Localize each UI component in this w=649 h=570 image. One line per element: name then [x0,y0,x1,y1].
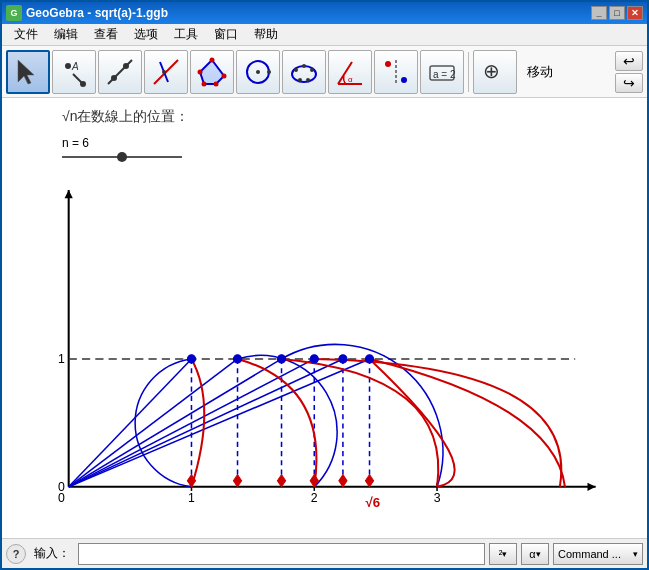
svg-point-14 [214,81,219,86]
undo-redo-area: ↩ ↪ [615,51,643,93]
svg-point-21 [294,68,298,72]
svg-line-59 [69,359,343,487]
svg-marker-11 [200,60,224,84]
reflect-icon [380,56,412,88]
svg-line-55 [69,359,192,487]
svg-marker-63 [277,475,285,487]
svg-text:0: 0 [58,480,65,494]
svg-point-70 [310,355,318,363]
tool-angle[interactable]: α [328,50,372,94]
point-icon: A [58,56,90,88]
svg-marker-62 [233,475,241,487]
menu-bar: 文件 编辑 查看 选项 工具 窗口 帮助 [2,24,647,46]
svg-point-19 [267,70,271,74]
tool-perpendicular[interactable] [144,50,188,94]
input-field[interactable] [78,543,485,565]
svg-marker-36 [587,483,595,491]
status-bar: ? 输入： ² ▾ α ▾ Command ... ▾ [2,538,647,568]
svg-text:3: 3 [434,491,441,505]
canvas[interactable]: √n在数線上的位置： n = 6 0 1 [2,98,647,538]
svg-point-68 [233,355,241,363]
conic-icon [288,56,320,88]
svg-point-30 [401,77,407,83]
svg-text:a = 2: a = 2 [433,69,456,80]
svg-point-29 [385,61,391,67]
help-button[interactable]: ? [6,544,26,564]
redo-button[interactable]: ↪ [615,73,643,93]
tool-point[interactable]: A [52,50,96,94]
svg-point-4 [80,81,86,87]
numeric-icon: a = 2 [426,56,458,88]
svg-point-23 [310,68,314,72]
menu-window[interactable]: 窗口 [206,24,246,45]
select-icon [12,56,44,88]
menu-file[interactable]: 文件 [6,24,46,45]
menu-help[interactable]: 帮助 [246,24,286,45]
tool-select[interactable] [6,50,50,94]
math-svg: 0 1 2 3 0 1 [2,98,647,538]
maximize-button[interactable]: □ [609,6,625,20]
svg-point-6 [111,75,117,81]
window-controls: _ □ ✕ [591,6,643,20]
svg-point-12 [210,57,215,62]
window-title: GeoGebra - sqrt(a)-1.ggb [26,6,168,20]
tool-line[interactable] [98,50,142,94]
svg-point-69 [277,355,285,363]
svg-point-16 [198,69,203,74]
line-icon [104,56,136,88]
tool-polygon[interactable] [190,50,234,94]
undo-button[interactable]: ↩ [615,51,643,71]
svg-point-1 [65,63,71,69]
main-window: G GeoGebra - sqrt(a)-1.ggb _ □ ✕ 文件 编辑 查… [0,0,649,570]
tool-numeric[interactable]: a = 2 [420,50,464,94]
toolbar-separator [468,52,469,92]
svg-marker-66 [365,475,373,487]
main-area: √n在数線上的位置： n = 6 0 1 [2,98,647,538]
svg-text:⊕: ⊕ [483,60,500,82]
tool-reflect[interactable] [374,50,418,94]
svg-text:1: 1 [188,491,195,505]
close-button[interactable]: ✕ [627,6,643,20]
command-dropdown[interactable]: Command ... ▾ [553,543,643,565]
svg-text:2: 2 [311,491,318,505]
minimize-button[interactable]: _ [591,6,607,20]
tool-circle[interactable] [236,50,280,94]
menu-edit[interactable]: 编辑 [46,24,86,45]
svg-line-5 [108,60,132,84]
alpha-dropdown[interactable]: α ▾ [521,543,549,565]
svg-point-7 [123,63,129,69]
menu-view[interactable]: 查看 [86,24,126,45]
svg-text:A: A [71,61,79,72]
power-dropdown[interactable]: ² ▾ [489,543,517,565]
move-label: 移动 [519,63,561,81]
svg-marker-0 [18,60,34,84]
circle-icon [242,56,274,88]
move-view-icon: ⊕ [479,56,511,88]
angle-icon: α [334,56,366,88]
svg-line-60 [69,359,370,487]
svg-point-10 [162,70,166,74]
svg-marker-65 [339,475,347,487]
svg-line-57 [69,359,282,487]
svg-text:α: α [348,75,353,84]
svg-point-67 [187,355,195,363]
svg-text:√6: √6 [365,495,380,510]
command-dropdown-arrow: ▾ [633,549,638,559]
svg-point-15 [202,81,207,86]
svg-point-13 [222,73,227,78]
svg-text:1: 1 [58,352,65,366]
svg-point-24 [306,78,310,82]
svg-marker-38 [65,190,73,198]
svg-point-71 [339,355,347,363]
svg-point-22 [302,64,306,68]
tool-move-view[interactable]: ⊕ [473,50,517,94]
tool-conic[interactable] [282,50,326,94]
app-icon: G [6,5,22,21]
menu-tools[interactable]: 工具 [166,24,206,45]
polygon-icon [196,56,228,88]
menu-options[interactable]: 选项 [126,24,166,45]
svg-point-72 [365,355,373,363]
title-bar: G GeoGebra - sqrt(a)-1.ggb _ □ ✕ [2,2,647,24]
input-label: 输入： [30,545,74,562]
svg-point-25 [298,78,302,82]
